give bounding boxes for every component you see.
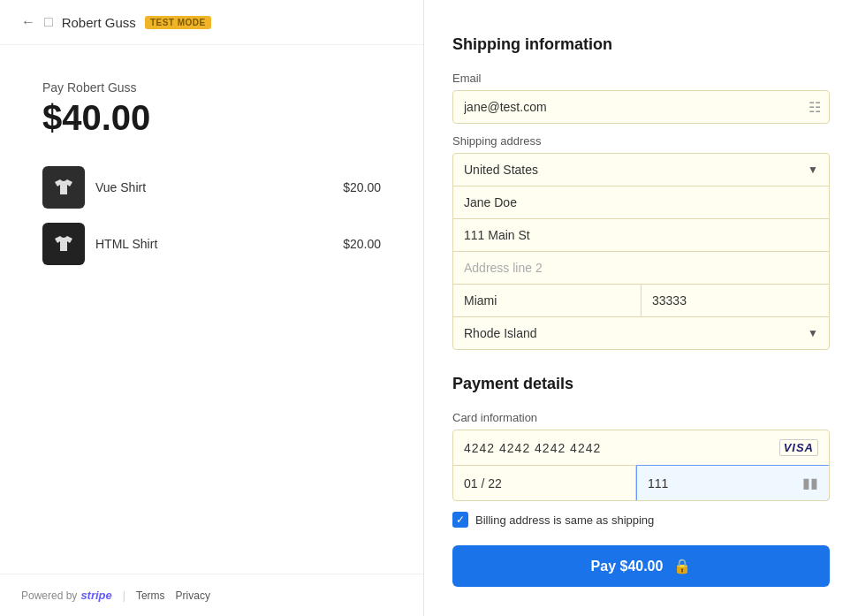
payment-section-title: Payment details: [452, 375, 830, 393]
shipping-section-title: Shipping information: [452, 35, 830, 54]
left-panel: ← □ Robert Guss TEST MODE Pay Robert Gus…: [0, 0, 424, 616]
address-label: Shipping address: [452, 134, 830, 148]
window-icon: □: [44, 14, 53, 30]
email-autofill-icon: ☷: [809, 99, 821, 116]
lock-icon: 🔒: [673, 558, 691, 574]
pay-button-label: Pay $40.00: [591, 559, 664, 574]
test-mode-badge: TEST MODE: [145, 16, 211, 29]
address-line2-row: [453, 252, 829, 285]
total-amount: $40.00: [42, 98, 381, 138]
stripe-wordmark: stripe: [80, 589, 111, 602]
powered-by-text: Powered by: [21, 589, 77, 602]
item-image-vue-shirt: [42, 166, 85, 209]
name-row: [453, 186, 829, 219]
card-number-input[interactable]: [464, 441, 779, 455]
state-wrapper: AlabamaAlaskaArizonaArkansas CaliforniaC…: [453, 317, 829, 349]
stripe-logo: Powered by stripe: [21, 589, 112, 602]
address-block: United States ▼: [452, 153, 830, 350]
address-group: Shipping address United States ▼: [452, 134, 830, 350]
item-price-2: $20.00: [343, 237, 381, 251]
left-content: Pay Robert Guss $40.00 Vue Shirt $20.00: [0, 45, 423, 574]
privacy-link[interactable]: Privacy: [176, 589, 210, 602]
card-label: Card information: [452, 411, 830, 424]
street-input[interactable]: [453, 219, 829, 251]
country-wrapper: United States ▼: [453, 154, 829, 186]
top-bar: ← □ Robert Guss TEST MODE: [0, 0, 423, 45]
order-item: Vue Shirt $20.00: [42, 166, 381, 209]
pay-button[interactable]: Pay $40.00 🔒: [452, 545, 830, 587]
card-number-row: VISA: [453, 430, 829, 466]
country-select[interactable]: United States: [453, 154, 829, 186]
billing-label: Billing address is same as shipping: [475, 513, 654, 527]
item-image-html-shirt: [42, 223, 85, 265]
right-panel: Shipping information Email ☷ Shipping ad…: [424, 0, 858, 616]
item-price-1: $20.00: [343, 180, 381, 194]
pay-label: Pay Robert Guss: [42, 80, 381, 95]
email-input[interactable]: [452, 90, 830, 124]
city-zip-row: [453, 285, 829, 317]
email-input-wrapper: ☷: [452, 90, 830, 124]
back-button[interactable]: ←: [21, 15, 35, 29]
item-name-2: HTML Shirt: [95, 237, 332, 251]
email-label: Email: [452, 72, 830, 85]
card-expiry-input[interactable]: [453, 466, 636, 500]
order-item: HTML Shirt $20.00: [42, 223, 381, 265]
tshirt-icon-2: [51, 232, 76, 256]
terms-link[interactable]: Terms: [136, 589, 165, 602]
checkmark-icon: ✓: [456, 513, 465, 526]
full-name-input[interactable]: [453, 186, 829, 218]
tshirt-icon-1: [51, 175, 76, 200]
card-group: Card information VISA ▮▮: [452, 411, 830, 501]
city-input[interactable]: [453, 285, 641, 316]
card-cvc-wrapper: ▮▮: [636, 465, 830, 501]
left-footer: Powered by stripe | Terms Privacy: [0, 574, 423, 616]
footer-sep: |: [123, 589, 125, 602]
card-cvc-input[interactable]: [648, 476, 802, 491]
card-bottom-row: ▮▮: [453, 466, 829, 500]
street-row: [453, 219, 829, 252]
state-select[interactable]: AlabamaAlaskaArizonaArkansas CaliforniaC…: [453, 317, 829, 349]
visa-icon: VISA: [779, 439, 818, 456]
cvc-card-icon: ▮▮: [802, 475, 818, 491]
order-items: Vue Shirt $20.00 HTML Shirt $20.00: [42, 166, 381, 265]
card-info-block: VISA ▮▮: [452, 430, 830, 501]
billing-checkbox[interactable]: ✓: [452, 512, 468, 528]
zip-input[interactable]: [641, 285, 829, 316]
payment-section: Payment details Card information VISA ▮▮: [452, 375, 830, 587]
merchant-name: Robert Guss: [62, 15, 136, 30]
item-name-1: Vue Shirt: [95, 180, 332, 194]
billing-checkbox-row: ✓ Billing address is same as shipping: [452, 512, 830, 528]
address-line2-input[interactable]: [453, 252, 829, 284]
email-group: Email ☷: [452, 72, 830, 124]
